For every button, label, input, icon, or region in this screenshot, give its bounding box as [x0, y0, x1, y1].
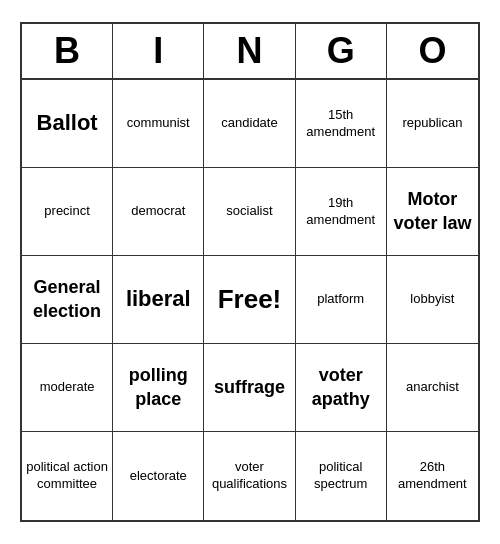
- bingo-cell: moderate: [22, 344, 113, 432]
- bingo-cell: General election: [22, 256, 113, 344]
- bingo-cell: precinct: [22, 168, 113, 256]
- bingo-cell: socialist: [204, 168, 295, 256]
- header-letter: B: [22, 24, 113, 78]
- bingo-cell: candidate: [204, 80, 295, 168]
- bingo-cell: suffrage: [204, 344, 295, 432]
- bingo-cell: 26th amendment: [387, 432, 478, 520]
- bingo-cell: lobbyist: [387, 256, 478, 344]
- bingo-cell: communist: [113, 80, 204, 168]
- bingo-cell: voter apathy: [296, 344, 387, 432]
- bingo-cell: republican: [387, 80, 478, 168]
- bingo-cell: democrat: [113, 168, 204, 256]
- header-letter: I: [113, 24, 204, 78]
- header-letter: O: [387, 24, 478, 78]
- bingo-cell: Free!: [204, 256, 295, 344]
- bingo-cell: Motor voter law: [387, 168, 478, 256]
- bingo-cell: political action committee: [22, 432, 113, 520]
- bingo-cell: polling place: [113, 344, 204, 432]
- bingo-cell: 15th amendment: [296, 80, 387, 168]
- bingo-card: BINGO Ballotcommunistcandidate15th amend…: [20, 22, 480, 522]
- header-letter: G: [296, 24, 387, 78]
- header-letter: N: [204, 24, 295, 78]
- bingo-grid: Ballotcommunistcandidate15th amendmentre…: [22, 80, 478, 520]
- bingo-cell: anarchist: [387, 344, 478, 432]
- bingo-cell: electorate: [113, 432, 204, 520]
- bingo-cell: voter qualifications: [204, 432, 295, 520]
- bingo-cell: Ballot: [22, 80, 113, 168]
- bingo-cell: 19th amendment: [296, 168, 387, 256]
- bingo-cell: political spectrum: [296, 432, 387, 520]
- bingo-cell: platform: [296, 256, 387, 344]
- bingo-cell: liberal: [113, 256, 204, 344]
- bingo-header: BINGO: [22, 24, 478, 80]
